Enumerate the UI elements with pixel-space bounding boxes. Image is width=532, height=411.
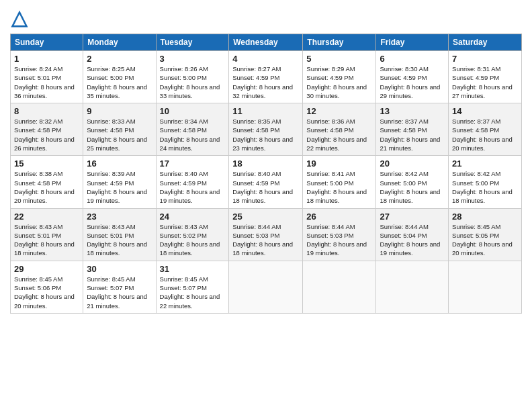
sunrise-label: Sunrise: 8:38 AM xyxy=(14,170,62,177)
daylight-label: Daylight: 8 hours and 19 minutes. xyxy=(87,188,147,204)
daylight-label: Daylight: 8 hours and 19 minutes. xyxy=(306,240,367,257)
daylight-label: Daylight: 8 hours and 30 minutes. xyxy=(306,83,367,99)
cell-content: Sunrise: 8:37 AM Sunset: 4:58 PM Dayligh… xyxy=(380,117,445,152)
daylight-label: Daylight: 8 hours and 21 minutes. xyxy=(87,293,147,309)
day-number: 28 xyxy=(452,212,518,222)
day-number: 5 xyxy=(306,54,372,64)
cell-content: Sunrise: 8:36 AM Sunset: 4:58 PM Dayligh… xyxy=(306,117,372,152)
sunset-label: Sunset: 5:00 PM xyxy=(452,179,499,187)
sunrise-label: Sunrise: 8:36 AM xyxy=(306,118,355,125)
day-number: 24 xyxy=(160,212,226,222)
table-row: 30 Sunrise: 8:45 AM Sunset: 5:07 PM Dayl… xyxy=(83,261,156,313)
table-row: 11 Sunrise: 8:35 AM Sunset: 4:58 PM Dayl… xyxy=(229,103,303,156)
calendar-table: Sunday Monday Tuesday Wednesday Thursday… xyxy=(10,34,522,314)
sunrise-label: Sunrise: 8:45 AM xyxy=(452,223,500,230)
cell-content: Sunrise: 8:41 AM Sunset: 5:00 PM Dayligh… xyxy=(306,169,372,205)
daylight-label: Daylight: 8 hours and 25 minutes. xyxy=(87,136,147,152)
header xyxy=(10,7,522,28)
col-monday: Monday xyxy=(83,34,156,51)
daylight-label: Daylight: 8 hours and 24 minutes. xyxy=(160,136,220,152)
sunset-label: Sunset: 4:59 PM xyxy=(87,179,134,187)
sunrise-label: Sunrise: 8:37 AM xyxy=(452,118,500,125)
sunset-label: Sunset: 5:04 PM xyxy=(380,232,427,239)
sunset-label: Sunset: 5:00 PM xyxy=(380,179,427,187)
sunset-label: Sunset: 5:06 PM xyxy=(14,284,61,291)
sunset-label: Sunset: 5:01 PM xyxy=(14,232,61,239)
cell-content: Sunrise: 8:27 AM Sunset: 4:59 PM Dayligh… xyxy=(232,64,299,100)
cell-content: Sunrise: 8:31 AM Sunset: 4:59 PM Dayligh… xyxy=(452,64,518,100)
cell-content: Sunrise: 8:35 AM Sunset: 4:58 PM Dayligh… xyxy=(232,117,299,152)
sunrise-label: Sunrise: 8:45 AM xyxy=(14,275,62,283)
cell-content: Sunrise: 8:45 AM Sunset: 5:05 PM Dayligh… xyxy=(452,222,518,258)
day-number: 1 xyxy=(14,54,79,64)
day-number: 20 xyxy=(380,158,445,169)
table-row: 31 Sunrise: 8:45 AM Sunset: 5:07 PM Dayl… xyxy=(156,261,229,313)
logo xyxy=(10,9,32,28)
day-number: 21 xyxy=(452,158,518,169)
cell-content: Sunrise: 8:26 AM Sunset: 5:00 PM Dayligh… xyxy=(160,64,226,100)
cell-content: Sunrise: 8:40 AM Sunset: 4:59 PM Dayligh… xyxy=(160,169,226,205)
sunset-label: Sunset: 4:59 PM xyxy=(380,74,427,81)
cell-content: Sunrise: 8:24 AM Sunset: 5:01 PM Dayligh… xyxy=(14,64,79,100)
day-number: 27 xyxy=(380,212,445,222)
table-row: 27 Sunrise: 8:44 AM Sunset: 5:04 PM Dayl… xyxy=(376,208,449,261)
cell-content: Sunrise: 8:34 AM Sunset: 4:58 PM Dayligh… xyxy=(160,117,226,152)
daylight-label: Daylight: 8 hours and 18 minutes. xyxy=(160,240,220,257)
table-row: 3 Sunrise: 8:26 AM Sunset: 5:00 PM Dayli… xyxy=(156,51,229,103)
day-number: 25 xyxy=(232,212,299,222)
sunset-label: Sunset: 5:07 PM xyxy=(87,284,134,291)
daylight-label: Daylight: 8 hours and 23 minutes. xyxy=(232,136,293,152)
cell-content: Sunrise: 8:38 AM Sunset: 4:58 PM Dayligh… xyxy=(14,169,79,205)
day-number: 14 xyxy=(452,106,518,116)
sunset-label: Sunset: 4:59 PM xyxy=(452,74,499,81)
table-row: 24 Sunrise: 8:43 AM Sunset: 5:02 PM Dayl… xyxy=(156,208,229,261)
day-number: 13 xyxy=(380,106,445,116)
sunset-label: Sunset: 5:01 PM xyxy=(87,232,134,239)
day-number: 16 xyxy=(87,158,152,169)
sunrise-label: Sunrise: 8:44 AM xyxy=(306,223,355,230)
sunrise-label: Sunrise: 8:34 AM xyxy=(160,118,208,125)
calendar-week-row: 8 Sunrise: 8:32 AM Sunset: 4:58 PM Dayli… xyxy=(11,103,522,156)
table-row xyxy=(376,261,449,313)
day-number: 11 xyxy=(232,106,299,116)
table-row: 12 Sunrise: 8:36 AM Sunset: 4:58 PM Dayl… xyxy=(303,103,376,156)
sunset-label: Sunset: 4:58 PM xyxy=(14,179,61,187)
sunrise-label: Sunrise: 8:25 AM xyxy=(87,65,135,73)
sunrise-label: Sunrise: 8:39 AM xyxy=(87,170,135,177)
table-row: 2 Sunrise: 8:25 AM Sunset: 5:00 PM Dayli… xyxy=(83,51,156,103)
daylight-label: Daylight: 8 hours and 18 minutes. xyxy=(232,188,293,204)
sunset-label: Sunset: 4:58 PM xyxy=(380,126,427,134)
sunset-label: Sunset: 5:00 PM xyxy=(87,74,134,81)
day-number: 18 xyxy=(232,158,299,169)
col-saturday: Saturday xyxy=(449,34,522,51)
sunrise-label: Sunrise: 8:33 AM xyxy=(87,118,135,125)
table-row: 10 Sunrise: 8:34 AM Sunset: 4:58 PM Dayl… xyxy=(156,103,229,156)
cell-content: Sunrise: 8:29 AM Sunset: 4:59 PM Dayligh… xyxy=(306,64,372,100)
day-number: 10 xyxy=(160,106,226,116)
sunrise-label: Sunrise: 8:43 AM xyxy=(14,223,62,230)
col-tuesday: Tuesday xyxy=(156,34,229,51)
cell-content: Sunrise: 8:45 AM Sunset: 5:07 PM Dayligh… xyxy=(160,275,226,310)
day-number: 15 xyxy=(14,158,79,169)
sunrise-label: Sunrise: 8:29 AM xyxy=(306,65,355,73)
sunrise-label: Sunrise: 8:32 AM xyxy=(14,118,62,125)
sunrise-label: Sunrise: 8:41 AM xyxy=(306,170,355,177)
day-number: 7 xyxy=(452,54,518,64)
day-number: 31 xyxy=(160,264,226,274)
sunset-label: Sunset: 5:00 PM xyxy=(160,74,207,81)
table-row: 28 Sunrise: 8:45 AM Sunset: 5:05 PM Dayl… xyxy=(449,208,522,261)
sunrise-label: Sunrise: 8:40 AM xyxy=(160,170,208,177)
sunrise-label: Sunrise: 8:24 AM xyxy=(14,65,62,73)
table-row: 1 Sunrise: 8:24 AM Sunset: 5:01 PM Dayli… xyxy=(11,51,83,103)
sunrise-label: Sunrise: 8:45 AM xyxy=(160,275,208,283)
day-number: 30 xyxy=(87,264,152,274)
sunset-label: Sunset: 4:58 PM xyxy=(452,126,499,134)
day-number: 17 xyxy=(160,158,226,169)
daylight-label: Daylight: 8 hours and 22 minutes. xyxy=(160,293,220,309)
sunrise-label: Sunrise: 8:43 AM xyxy=(160,223,208,230)
daylight-label: Daylight: 8 hours and 18 minutes. xyxy=(306,188,367,204)
col-wednesday: Wednesday xyxy=(229,34,303,51)
cell-content: Sunrise: 8:42 AM Sunset: 5:00 PM Dayligh… xyxy=(452,169,518,205)
cell-content: Sunrise: 8:39 AM Sunset: 4:59 PM Dayligh… xyxy=(87,169,152,205)
daylight-label: Daylight: 8 hours and 18 minutes. xyxy=(380,188,440,204)
